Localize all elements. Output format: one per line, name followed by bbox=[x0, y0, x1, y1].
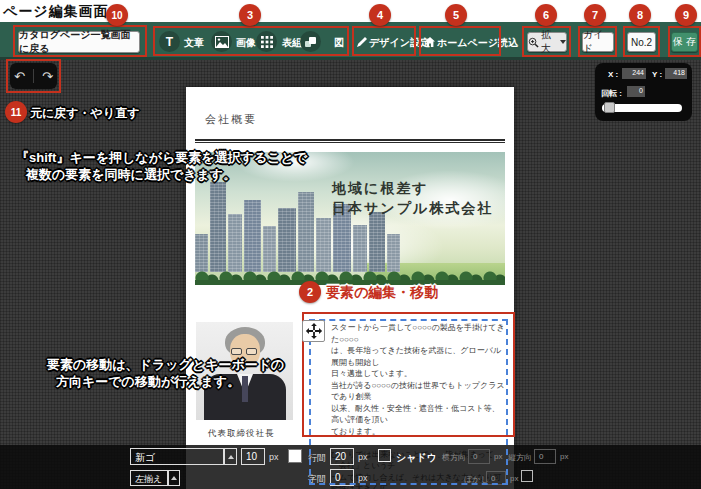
px-unit: px bbox=[560, 452, 568, 461]
callout-11: 11 bbox=[5, 101, 27, 123]
hero-company-name: 日本サンプル株式会社 bbox=[332, 200, 493, 218]
double-rule bbox=[195, 139, 505, 143]
homepage-import-button[interactable]: ホームページ読込 bbox=[437, 36, 518, 50]
font-color-swatch[interactable] bbox=[288, 449, 302, 463]
zoom-dropdown-button[interactable]: 拡大 bbox=[527, 32, 567, 52]
page-edit-screen: ページ編集画面 カタログページ一覧画面に戻る T 文章 画像 表組 図 デザイン… bbox=[0, 0, 701, 489]
callout-3: 3 bbox=[239, 4, 261, 26]
px-unit: px bbox=[269, 452, 279, 462]
insert-figure-button[interactable]: 図 bbox=[334, 36, 344, 50]
back-to-catalog-list-button[interactable]: カタログページ一覧画面に戻る bbox=[18, 31, 140, 53]
callout-2: 2 bbox=[299, 281, 321, 303]
rotate-value: 0 bbox=[627, 86, 645, 97]
table-tool-icon[interactable] bbox=[256, 31, 277, 52]
glasses-right bbox=[246, 348, 257, 355]
tie bbox=[242, 376, 248, 402]
move-hint-line1: 要素の移動は、ドラッグとキーボードの bbox=[47, 356, 284, 374]
callout-4: 4 bbox=[369, 4, 391, 26]
undo-redo-group: ↶ ↷ bbox=[10, 63, 57, 89]
page-number-button[interactable]: No.2 bbox=[627, 32, 656, 52]
position-panel: X : 244 Y : 418 回転 : 0 bbox=[595, 63, 692, 121]
x-value: 244 bbox=[622, 68, 646, 79]
rotation-slider-handle[interactable] bbox=[604, 102, 615, 113]
callout-10: 10 bbox=[106, 4, 128, 26]
hero-tagline: 地域に根差す bbox=[332, 180, 429, 198]
magnifier-icon bbox=[528, 37, 539, 48]
font-family-select[interactable]: 新ゴ bbox=[130, 448, 224, 465]
save-button[interactable]: 保 存 bbox=[671, 32, 698, 52]
selection-border[interactable] bbox=[309, 319, 508, 485]
blur-checkbox[interactable] bbox=[521, 470, 533, 482]
chevron-down-icon bbox=[560, 40, 566, 44]
text-tool-icon[interactable]: T bbox=[159, 31, 180, 52]
callout-7: 7 bbox=[584, 4, 606, 26]
zoom-button-label: 拡大 bbox=[541, 28, 556, 56]
insert-image-button[interactable]: 画像 bbox=[236, 36, 256, 50]
shape-tool-icon[interactable] bbox=[300, 31, 321, 52]
pencil-icon bbox=[355, 35, 369, 49]
shift-hint-line1: 『shift』キーを押しながら要素を選択することで bbox=[16, 149, 307, 167]
photo-caption[interactable]: 代表取締役社長 bbox=[208, 428, 275, 440]
font-size-input[interactable]: 10 bbox=[241, 448, 265, 465]
shadow-v-input[interactable]: 0 bbox=[534, 449, 556, 464]
callout-6: 6 bbox=[535, 4, 557, 26]
shift-hint-line2: 複数の要素を同時に選択できます。 bbox=[26, 166, 236, 184]
callout-9: 9 bbox=[675, 4, 697, 26]
hero-image[interactable]: 地域に根差す 日本サンプル株式会社 bbox=[195, 152, 505, 285]
y-label: Y : bbox=[652, 70, 662, 79]
insert-text-button[interactable]: 文章 bbox=[184, 36, 204, 50]
callout-8: 8 bbox=[629, 4, 651, 26]
page-title: ページ編集画面 bbox=[3, 3, 109, 21]
image-tool-icon[interactable] bbox=[211, 31, 232, 52]
shadow-v-label: 縦方向 bbox=[508, 452, 532, 463]
caret-up-icon bbox=[171, 476, 177, 480]
divider bbox=[33, 69, 34, 83]
x-label: X : bbox=[608, 70, 618, 79]
guide-button[interactable]: ガイド bbox=[582, 32, 614, 52]
design-settings-button[interactable]: デザイン設定 bbox=[369, 36, 430, 50]
move-cursor-icon[interactable] bbox=[302, 320, 325, 342]
element-edit-move-label: 要素の編集・移動 bbox=[326, 284, 438, 302]
company-overview-heading[interactable]: 会社概要 bbox=[205, 112, 257, 127]
undo-icon[interactable]: ↶ bbox=[14, 70, 25, 83]
font-family-caret[interactable] bbox=[224, 448, 237, 465]
redo-icon[interactable]: ↷ bbox=[42, 70, 53, 83]
callout-5: 5 bbox=[445, 4, 467, 26]
y-value: 418 bbox=[665, 68, 687, 79]
main-toolbar: カタログページ一覧画面に戻る T 文章 画像 表組 図 デザイン設定 ホームペー… bbox=[0, 22, 701, 60]
home-icon bbox=[424, 36, 436, 48]
rotate-label: 回転 : bbox=[601, 88, 622, 99]
text-align-select[interactable]: 左揃え bbox=[130, 470, 168, 486]
text-align-caret[interactable] bbox=[168, 470, 180, 486]
caret-up-icon bbox=[228, 455, 234, 459]
undo-redo-hint: 元に戻す・やり直す bbox=[30, 105, 139, 122]
rotation-slider-track[interactable] bbox=[602, 104, 682, 112]
px-unit: px bbox=[510, 474, 518, 483]
move-hint-line2: 方向キーでの移動が行えます。 bbox=[56, 373, 240, 391]
glasses-left bbox=[231, 348, 242, 355]
insert-table-button[interactable]: 表組 bbox=[282, 36, 302, 50]
